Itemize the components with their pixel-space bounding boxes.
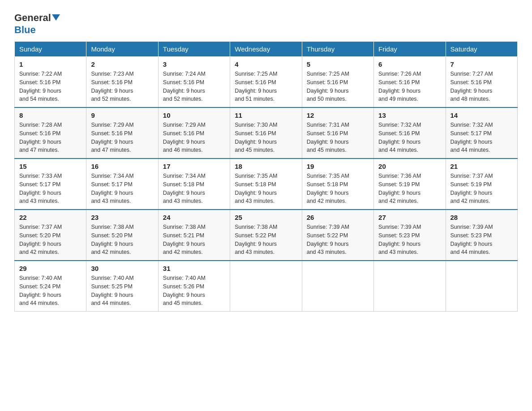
day-info: Sunrise: 7:26 AMSunset: 5:16 PMDaylight:… <box>378 70 441 103</box>
header-tuesday: Tuesday <box>158 42 230 57</box>
day-info: Sunrise: 7:25 AMSunset: 5:16 PMDaylight:… <box>307 70 369 103</box>
calendar-cell: 29Sunrise: 7:40 AMSunset: 5:24 PMDayligh… <box>15 261 86 312</box>
calendar-cell: 12Sunrise: 7:31 AMSunset: 5:16 PMDayligh… <box>302 107 373 158</box>
day-number: 21 <box>450 163 513 170</box>
calendar-week-row: 29Sunrise: 7:40 AMSunset: 5:24 PMDayligh… <box>15 261 518 312</box>
day-number: 23 <box>91 214 153 221</box>
day-number: 31 <box>163 265 225 272</box>
calendar-cell: 2Sunrise: 7:23 AMSunset: 5:16 PMDaylight… <box>86 57 158 108</box>
day-info: Sunrise: 7:37 AMSunset: 5:19 PMDaylight:… <box>450 172 513 206</box>
calendar-cell: 8Sunrise: 7:28 AMSunset: 5:16 PMDaylight… <box>15 107 86 158</box>
header-sunday: Sunday <box>15 42 86 57</box>
calendar-cell <box>230 261 302 312</box>
logo: General Blue <box>14 11 60 36</box>
day-info: Sunrise: 7:38 AMSunset: 5:21 PMDaylight:… <box>163 223 225 257</box>
day-number: 2 <box>91 60 153 68</box>
calendar-cell: 25Sunrise: 7:38 AMSunset: 5:22 PMDayligh… <box>230 210 302 261</box>
day-info: Sunrise: 7:40 AMSunset: 5:24 PMDaylight:… <box>19 274 82 308</box>
day-number: 22 <box>19 214 82 221</box>
day-info: Sunrise: 7:32 AMSunset: 5:17 PMDaylight:… <box>450 121 513 154</box>
calendar-cell: 14Sunrise: 7:32 AMSunset: 5:17 PMDayligh… <box>446 107 517 158</box>
day-info: Sunrise: 7:34 AMSunset: 5:17 PMDaylight:… <box>91 172 153 206</box>
day-info: Sunrise: 7:38 AMSunset: 5:20 PMDaylight:… <box>91 223 153 257</box>
day-number: 11 <box>235 111 297 119</box>
calendar-cell: 21Sunrise: 7:37 AMSunset: 5:19 PMDayligh… <box>446 158 517 210</box>
calendar-cell <box>446 261 517 312</box>
calendar-cell: 19Sunrise: 7:35 AMSunset: 5:18 PMDayligh… <box>302 158 373 210</box>
day-number: 14 <box>450 111 513 119</box>
calendar-cell: 7Sunrise: 7:27 AMSunset: 5:16 PMDaylight… <box>446 57 517 108</box>
calendar-table: SundayMondayTuesdayWednesdayThursdayFrid… <box>14 41 518 312</box>
day-info: Sunrise: 7:35 AMSunset: 5:18 PMDaylight:… <box>235 172 297 206</box>
day-info: Sunrise: 7:27 AMSunset: 5:16 PMDaylight:… <box>450 70 513 103</box>
logo-triangle-icon <box>52 14 60 21</box>
day-number: 19 <box>307 163 369 170</box>
header-friday: Friday <box>374 42 446 57</box>
day-number: 3 <box>163 60 225 68</box>
day-info: Sunrise: 7:39 AMSunset: 5:22 PMDaylight:… <box>307 223 369 257</box>
calendar-cell: 27Sunrise: 7:39 AMSunset: 5:23 PMDayligh… <box>374 210 446 261</box>
calendar-cell: 3Sunrise: 7:24 AMSunset: 5:16 PMDaylight… <box>158 57 230 108</box>
calendar-cell: 31Sunrise: 7:40 AMSunset: 5:26 PMDayligh… <box>158 261 230 312</box>
calendar-cell: 13Sunrise: 7:32 AMSunset: 5:16 PMDayligh… <box>374 107 446 158</box>
day-info: Sunrise: 7:40 AMSunset: 5:25 PMDaylight:… <box>91 274 153 308</box>
day-info: Sunrise: 7:31 AMSunset: 5:16 PMDaylight:… <box>307 121 369 154</box>
logo-blue: Blue <box>14 24 36 36</box>
calendar-header-row: SundayMondayTuesdayWednesdayThursdayFrid… <box>15 42 518 57</box>
day-info: Sunrise: 7:23 AMSunset: 5:16 PMDaylight:… <box>91 70 153 103</box>
day-info: Sunrise: 7:29 AMSunset: 5:16 PMDaylight:… <box>91 121 153 154</box>
calendar-cell: 20Sunrise: 7:36 AMSunset: 5:19 PMDayligh… <box>374 158 446 210</box>
calendar-cell: 23Sunrise: 7:38 AMSunset: 5:20 PMDayligh… <box>86 210 158 261</box>
calendar-week-row: 8Sunrise: 7:28 AMSunset: 5:16 PMDaylight… <box>15 107 518 158</box>
day-number: 25 <box>235 214 297 221</box>
day-number: 13 <box>378 111 441 119</box>
day-number: 15 <box>19 163 82 170</box>
calendar-week-row: 1Sunrise: 7:22 AMSunset: 5:16 PMDaylight… <box>15 57 518 108</box>
day-number: 27 <box>378 214 441 221</box>
calendar-cell: 28Sunrise: 7:39 AMSunset: 5:23 PMDayligh… <box>446 210 517 261</box>
day-number: 4 <box>235 60 297 68</box>
calendar-cell: 26Sunrise: 7:39 AMSunset: 5:22 PMDayligh… <box>302 210 373 261</box>
calendar-cell: 6Sunrise: 7:26 AMSunset: 5:16 PMDaylight… <box>374 57 446 108</box>
day-info: Sunrise: 7:36 AMSunset: 5:19 PMDaylight:… <box>378 172 441 206</box>
day-number: 8 <box>19 111 82 119</box>
calendar-cell: 11Sunrise: 7:30 AMSunset: 5:16 PMDayligh… <box>230 107 302 158</box>
day-number: 17 <box>163 163 225 170</box>
day-info: Sunrise: 7:25 AMSunset: 5:16 PMDaylight:… <box>235 70 297 103</box>
day-info: Sunrise: 7:33 AMSunset: 5:17 PMDaylight:… <box>19 172 82 206</box>
calendar-week-row: 15Sunrise: 7:33 AMSunset: 5:17 PMDayligh… <box>15 158 518 210</box>
calendar-cell: 1Sunrise: 7:22 AMSunset: 5:16 PMDaylight… <box>15 57 86 108</box>
header-saturday: Saturday <box>446 42 517 57</box>
calendar-cell: 4Sunrise: 7:25 AMSunset: 5:16 PMDaylight… <box>230 57 302 108</box>
day-info: Sunrise: 7:37 AMSunset: 5:20 PMDaylight:… <box>19 223 82 257</box>
day-info: Sunrise: 7:40 AMSunset: 5:26 PMDaylight:… <box>163 274 225 308</box>
page-header: General Blue <box>14 11 518 36</box>
header-monday: Monday <box>86 42 158 57</box>
calendar-cell: 9Sunrise: 7:29 AMSunset: 5:16 PMDaylight… <box>86 107 158 158</box>
day-info: Sunrise: 7:24 AMSunset: 5:16 PMDaylight:… <box>163 70 225 103</box>
header-thursday: Thursday <box>302 42 373 57</box>
day-number: 29 <box>19 265 82 272</box>
day-number: 30 <box>91 265 153 272</box>
day-number: 28 <box>450 214 513 221</box>
calendar-cell: 22Sunrise: 7:37 AMSunset: 5:20 PMDayligh… <box>15 210 86 261</box>
logo-text: General <box>14 13 60 23</box>
day-number: 10 <box>163 111 225 119</box>
day-info: Sunrise: 7:38 AMSunset: 5:22 PMDaylight:… <box>235 223 297 257</box>
day-number: 18 <box>235 163 297 170</box>
calendar-cell: 15Sunrise: 7:33 AMSunset: 5:17 PMDayligh… <box>15 158 86 210</box>
day-info: Sunrise: 7:39 AMSunset: 5:23 PMDaylight:… <box>378 223 441 257</box>
day-number: 5 <box>307 60 369 68</box>
day-number: 16 <box>91 163 153 170</box>
calendar-cell: 18Sunrise: 7:35 AMSunset: 5:18 PMDayligh… <box>230 158 302 210</box>
day-number: 9 <box>91 111 153 119</box>
day-number: 12 <box>307 111 369 119</box>
day-info: Sunrise: 7:28 AMSunset: 5:16 PMDaylight:… <box>19 121 82 154</box>
calendar-week-row: 22Sunrise: 7:37 AMSunset: 5:20 PMDayligh… <box>15 210 518 261</box>
calendar-cell <box>374 261 446 312</box>
day-info: Sunrise: 7:34 AMSunset: 5:18 PMDaylight:… <box>163 172 225 206</box>
calendar-cell: 24Sunrise: 7:38 AMSunset: 5:21 PMDayligh… <box>158 210 230 261</box>
day-number: 1 <box>19 60 82 68</box>
day-info: Sunrise: 7:30 AMSunset: 5:16 PMDaylight:… <box>235 121 297 154</box>
calendar-cell: 17Sunrise: 7:34 AMSunset: 5:18 PMDayligh… <box>158 158 230 210</box>
